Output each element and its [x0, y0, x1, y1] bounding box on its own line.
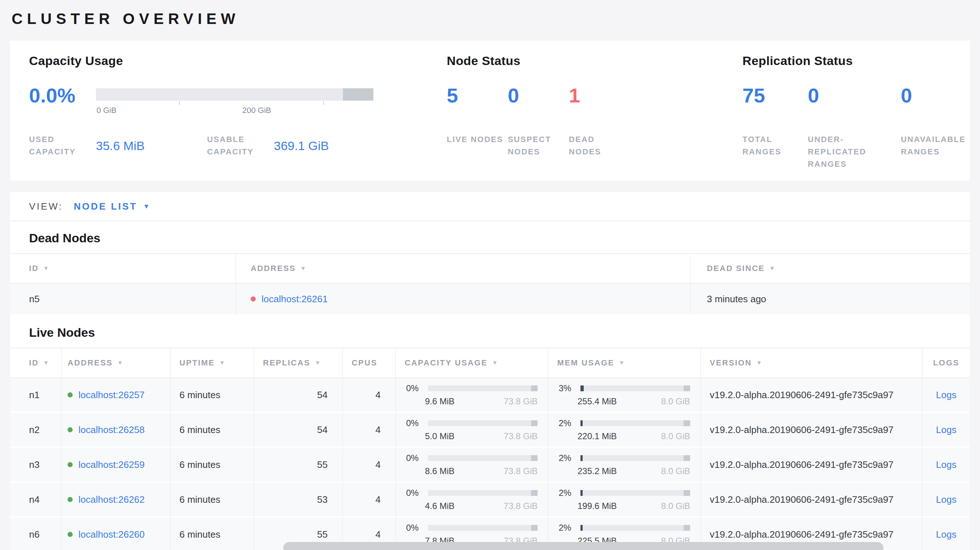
axis-tick: [323, 101, 324, 105]
bottom-overlay: [283, 542, 883, 550]
view-dropdown[interactable]: NODE LIST ▼: [74, 201, 150, 212]
memory-usage-cell: 2%199.6 MiB8.0 GiB: [549, 483, 701, 518]
node-address-cell: localhost:26262: [62, 483, 171, 518]
sort-descending-icon: ▼: [43, 360, 50, 366]
column-header-mem-usage[interactable]: MEM USAGE▼: [549, 348, 701, 378]
column-header-uptime[interactable]: UPTIME▼: [171, 348, 254, 378]
column-header-version[interactable]: VERSION▼: [701, 348, 923, 378]
chevron-down-icon: ▼: [143, 203, 150, 210]
replicas-cell: 53: [254, 483, 343, 518]
cpus-cell: 4: [343, 413, 396, 448]
capacity-axis-start-label: 0 GiB: [97, 106, 116, 115]
capacity-total-value: 73.8 GiB: [504, 466, 538, 476]
capacity-total-value: 73.8 GiB: [504, 501, 538, 511]
replicas-cell: 54: [254, 413, 343, 448]
replication-counts: 75 0 0: [743, 84, 980, 127]
capacity-used-percent: 0.0%: [29, 84, 76, 107]
memory-usage-percent: 2%: [558, 488, 578, 498]
view-dropdown-value: NODE LIST: [74, 201, 137, 212]
node-address-cell: localhost:26257: [62, 378, 171, 413]
node-address-link[interactable]: localhost:26257: [78, 389, 145, 401]
unavailable-ranges-label: UNAVAILABLE RANGES: [901, 134, 980, 170]
node-status-counts: 5 0 1: [447, 84, 743, 127]
node-list-card: VIEW: NODE LIST ▼ Dead Nodes ID▼ADDRESS▼…: [10, 192, 970, 550]
memory-usage-fill: [581, 455, 582, 461]
node-address-link[interactable]: localhost:26259: [78, 459, 145, 471]
sort-descending-icon: ▼: [220, 360, 226, 366]
node-id-cell: n2: [10, 413, 62, 448]
uptime-cell: 6 minutes: [171, 518, 254, 550]
column-header-capacity-usage[interactable]: CAPACITY USAGE▼: [396, 348, 549, 378]
node-status-dot: [68, 427, 73, 432]
replication-status-section: Replication Status 75 0 0 TOTAL RANGES U…: [743, 54, 980, 170]
live-nodes-count: 5: [447, 84, 508, 107]
sort-descending-icon: ▼: [756, 360, 763, 366]
node-address-link[interactable]: localhost:26260: [78, 529, 145, 540]
logs-link[interactable]: Logs: [936, 424, 956, 436]
unavailable-ranges-count: 0: [901, 84, 980, 107]
memory-usage-percent: 2%: [558, 418, 578, 428]
column-header-address[interactable]: ADDRESS▼: [62, 348, 171, 378]
sort-descending-icon: ▼: [117, 360, 124, 366]
column-header-id[interactable]: ID▼: [10, 253, 236, 284]
column-header-dead-since[interactable]: DEAD SINCE▼: [691, 253, 970, 284]
total-ranges-count: 75: [743, 84, 808, 107]
capacity-usage-cell: 0%4.6 MiB73.8 GiB: [396, 483, 549, 518]
node-status-labels: LIVE NODES SUSPECT NODES DEAD NODES: [447, 134, 743, 158]
logs-link[interactable]: Logs: [936, 459, 956, 471]
cpus-cell: 4: [343, 448, 396, 483]
memory-used-value: 199.6 MiB: [578, 501, 617, 511]
version-cell: v19.2.0-alpha.20190606-2491-gfe735c9a97: [701, 378, 923, 413]
dead-nodes-table: ID▼ADDRESS▼DEAD SINCE▼n5localhost:262613…: [10, 253, 970, 316]
logs-link[interactable]: Logs: [936, 529, 956, 540]
total-ranges-label: TOTAL RANGES: [743, 134, 808, 170]
capacity-usage-bar: [428, 525, 538, 531]
node-status-title: Node Status: [447, 54, 743, 68]
logs-link[interactable]: Logs: [936, 494, 956, 505]
version-cell: v19.2.0-alpha.20190606-2491-gfe735c9a97: [701, 483, 923, 518]
memory-usage-bar: [581, 420, 690, 426]
memory-used-value: 255.4 MiB: [578, 396, 617, 407]
version-cell: v19.2.0-alpha.20190606-2491-gfe735c9a97: [701, 413, 923, 448]
axis-tick: [179, 101, 180, 105]
capacity-used-value: 4.6 MiB: [425, 501, 454, 511]
logs-link[interactable]: Logs: [936, 389, 956, 401]
capacity-bar-axis: 0 GiB 200 GiB: [96, 101, 374, 117]
node-address-link[interactable]: localhost:26262: [78, 494, 145, 505]
node-address-cell: localhost:26260: [62, 518, 171, 550]
memory-usage-bar: [581, 525, 690, 531]
memory-usage-bar: [581, 455, 690, 461]
replication-status-title: Replication Status: [743, 54, 980, 68]
memory-usage-percent: 3%: [558, 383, 578, 393]
node-id-cell: n3: [10, 448, 62, 483]
capacity-usage-bar: [428, 490, 538, 496]
replicas-cell: 55: [254, 448, 343, 483]
logs-cell: Logs: [923, 413, 970, 448]
uptime-cell: 6 minutes: [171, 413, 254, 448]
capacity-usage-bar: [428, 455, 538, 461]
node-address-link[interactable]: localhost:26261: [261, 294, 328, 305]
memory-usage-fill: [581, 420, 582, 426]
usable-capacity-value: 369.1 GiB: [274, 139, 329, 153]
node-address-link[interactable]: localhost:26258: [78, 424, 145, 436]
column-header-id[interactable]: ID▼: [10, 348, 62, 378]
memory-usage-cell: 2%235.2 MiB8.0 GiB: [549, 448, 701, 483]
column-header-replicas[interactable]: REPLICAS▼: [254, 348, 343, 378]
node-id-cell: n5: [10, 284, 236, 316]
cluster-summary-card: Capacity Usage 0.0% 0 GiB 200 GiB: [10, 41, 970, 181]
version-cell: v19.2.0-alpha.20190606-2491-gfe735c9a97: [701, 448, 923, 483]
dead-since-cell: 3 minutes ago: [691, 284, 970, 316]
logs-cell: Logs: [923, 483, 970, 518]
node-status-dot: [68, 462, 73, 467]
capacity-usage-bar: 0 GiB 200 GiB: [96, 84, 374, 117]
dead-nodes-label: DEAD NODES: [569, 134, 630, 158]
usable-capacity-label: USABLE CAPACITY: [207, 134, 264, 158]
capacity-usage-bar: [428, 385, 538, 391]
memory-total-value: 8.0 GiB: [661, 431, 690, 441]
capacity-total-value: 73.8 GiB: [504, 431, 538, 441]
column-header-logs: LOGS: [923, 348, 970, 378]
memory-usage-cell: 2%220.1 MiB8.0 GiB: [549, 413, 701, 448]
uptime-cell: 6 minutes: [171, 378, 254, 413]
column-header-address[interactable]: ADDRESS▼: [236, 253, 691, 284]
live-nodes-table: ID▼ADDRESS▼UPTIME▼REPLICAS▼CPUSCAPACITY …: [10, 348, 970, 550]
